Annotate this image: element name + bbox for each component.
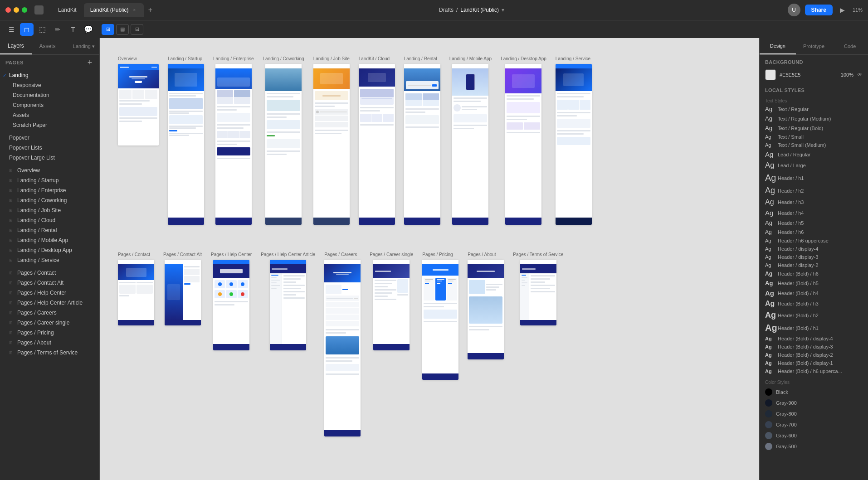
color-style-gray700[interactable]: Gray-700 bbox=[760, 419, 868, 430]
page-item-pages-about[interactable]: ⊞ Pages / About bbox=[0, 338, 99, 348]
frame-thumb-coworking[interactable] bbox=[265, 64, 302, 225]
background-visibility-toggle[interactable]: 👁 bbox=[857, 72, 863, 78]
component-tool[interactable]: ⬚ bbox=[35, 23, 49, 36]
page-item-landing-service[interactable]: ⊞ Landing / Service bbox=[0, 255, 99, 265]
page-item-pages-contact-alt[interactable]: ⊞ Pages / Contact Alt bbox=[0, 278, 99, 288]
frame-thumb-jobsite[interactable] bbox=[313, 64, 350, 225]
tab-close-button[interactable]: × bbox=[131, 7, 137, 13]
page-item-documentation[interactable]: Documentation bbox=[0, 90, 99, 100]
style-text-regular[interactable]: Ag Text / Regular bbox=[760, 104, 868, 114]
menu-button[interactable]: ☰ bbox=[5, 23, 18, 36]
color-style-gray500[interactable]: Gray-500 bbox=[760, 441, 868, 452]
style-text-small[interactable]: Ag Text / Small bbox=[760, 133, 868, 141]
page-item-pages-help-center-article[interactable]: ⊞ Pages / Help Center Article bbox=[0, 298, 99, 308]
page-item-popover-lists[interactable]: Popover Lists bbox=[0, 143, 99, 153]
page-item-landing-cloud[interactable]: ⊞ Landing / Cloud bbox=[0, 215, 99, 225]
page-item-pages-contact[interactable]: ⊞ Pages / Contact bbox=[0, 268, 99, 278]
style-header-bold-h4[interactable]: Ag Header (Bold) / h4 bbox=[760, 288, 868, 298]
page-item-pages-help-center[interactable]: ⊞ Pages / Help Center bbox=[0, 288, 99, 298]
page-item-assets[interactable]: Assets bbox=[0, 110, 99, 120]
style-header-bold-h6-upperca[interactable]: Ag Header (Bold) / h6 upperca... bbox=[760, 367, 868, 375]
window-controls[interactable] bbox=[5, 7, 27, 13]
frame-thumb-terms[interactable] bbox=[520, 260, 556, 325]
frame-thumb-mobile[interactable] bbox=[452, 64, 488, 225]
style-header-bold-h1[interactable]: Ag Header (Bold) / h1 bbox=[760, 321, 868, 335]
page-item-pages-careers[interactable]: ⊞ Pages / Careers bbox=[0, 308, 99, 318]
page-item-landing-mobile[interactable]: ⊞ Landing / Mobile App bbox=[0, 235, 99, 245]
style-header-h6[interactable]: Ag Header / h6 bbox=[760, 228, 868, 237]
style-header-bold-h5[interactable]: Ag Header (Bold) / h5 bbox=[760, 278, 868, 288]
add-page-button[interactable]: + bbox=[86, 58, 94, 67]
frame-thumb-careers[interactable] bbox=[324, 260, 361, 436]
color-style-black[interactable]: Black bbox=[760, 387, 868, 398]
page-item-pages-terms[interactable]: ⊞ Pages / Terms of Service bbox=[0, 348, 99, 358]
style-header-h4[interactable]: Ag Header / h4 bbox=[760, 208, 868, 218]
style-header-bold-h2[interactable]: Ag Header (Bold) / h2 bbox=[760, 309, 868, 321]
list-view-button[interactable]: ▤ bbox=[116, 24, 129, 35]
comment-tool[interactable]: 💬 bbox=[82, 23, 95, 36]
style-text-small-medium[interactable]: Ag Text / Small (Medium) bbox=[760, 141, 868, 149]
assets-tab[interactable]: Assets bbox=[32, 38, 63, 54]
style-header-h1[interactable]: Ag Header / h1 bbox=[760, 171, 868, 184]
frame-thumb-contact[interactable] bbox=[118, 260, 154, 325]
style-header-h6-uppercase[interactable]: Ag Header / h6 uppercase bbox=[760, 237, 868, 245]
background-opacity-value[interactable]: 100% bbox=[837, 72, 853, 78]
style-header-display2[interactable]: Ag Header / display-2 bbox=[760, 261, 868, 269]
share-button[interactable]: Share bbox=[805, 5, 833, 15]
style-header-display3[interactable]: Ag Header / display-3 bbox=[760, 253, 868, 261]
page-item-overview[interactable]: ⊞ Overview bbox=[0, 165, 99, 175]
layers-tab[interactable]: Layers bbox=[0, 38, 32, 54]
frame-thumb-service[interactable] bbox=[556, 64, 592, 225]
frame-thumb-help-article[interactable] bbox=[270, 260, 306, 350]
code-tab[interactable]: Code bbox=[832, 38, 868, 54]
grid-view-button[interactable]: ⊞ bbox=[102, 24, 114, 35]
page-item-landing-rental[interactable]: ⊞ Landing / Rental bbox=[0, 225, 99, 235]
page-item-popover[interactable]: Popover bbox=[0, 133, 99, 143]
style-header-h2[interactable]: Ag Header / h2 bbox=[760, 184, 868, 197]
frame-thumb-overview[interactable] bbox=[118, 64, 159, 145]
style-header-bold-h6[interactable]: Ag Header (Bold) / h6 bbox=[760, 269, 868, 278]
page-item-pages-career-single[interactable]: ⊞ Pages / Career single bbox=[0, 318, 99, 328]
page-item-components[interactable]: Components bbox=[0, 100, 99, 110]
maximize-button[interactable] bbox=[22, 7, 27, 13]
frame-thumb-desktop[interactable] bbox=[505, 64, 541, 225]
frame-thumb-career-single[interactable] bbox=[373, 260, 410, 350]
frame-thumb-about[interactable] bbox=[468, 260, 504, 359]
style-header-bold-display4[interactable]: Ag Header (Bold) / display-4 bbox=[760, 335, 868, 343]
canvas[interactable]: Overview bbox=[100, 38, 759, 480]
page-item-landing[interactable]: Landing bbox=[0, 70, 99, 80]
style-lead-regular[interactable]: Ag Lead / Regular bbox=[760, 149, 868, 160]
frame-tool[interactable]: ◻ bbox=[20, 23, 34, 36]
text-tool[interactable]: T bbox=[66, 23, 80, 36]
zoom-level[interactable]: 11% bbox=[853, 7, 863, 13]
color-style-gray600[interactable]: Gray-600 bbox=[760, 430, 868, 441]
outline-view-button[interactable]: ⊟ bbox=[131, 24, 143, 35]
page-item-landing-enterprise[interactable]: ⊞ Landing / Enterprise bbox=[0, 185, 99, 195]
page-item-responsive[interactable]: Responsive bbox=[0, 80, 99, 90]
page-item-landing-desktop[interactable]: ⊞ Landing / Desktop App bbox=[0, 245, 99, 255]
page-item-landing-startup[interactable]: ⊞ Landing / Startup bbox=[0, 175, 99, 185]
avatar[interactable]: U bbox=[788, 4, 800, 16]
page-item-pages-pricing[interactable]: ⊞ Pages / Pricing bbox=[0, 328, 99, 338]
style-text-regular-medium[interactable]: Ag Text / Regular (Medium) bbox=[760, 114, 868, 123]
tab-landkit-public[interactable]: LandKit (Public) × bbox=[84, 3, 144, 17]
breadcrumb-chevron-icon[interactable]: ▾ bbox=[502, 7, 504, 13]
design-tab[interactable]: Design bbox=[760, 38, 796, 54]
color-style-gray800[interactable]: Gray-800 bbox=[760, 408, 868, 419]
tab-landkit-inactive[interactable]: LandKit bbox=[52, 3, 83, 17]
frame-thumb-enterprise[interactable] bbox=[215, 64, 252, 225]
frame-thumb-pricing[interactable] bbox=[422, 260, 458, 380]
style-header-bold-display1[interactable]: Ag Header (Bold) / display-1 bbox=[760, 359, 868, 367]
frame-thumb-rental[interactable] bbox=[404, 64, 440, 225]
play-icon[interactable]: ▶ bbox=[837, 5, 848, 15]
page-item-scratch-paper[interactable]: Scratch Paper bbox=[0, 120, 99, 130]
pen-tool[interactable]: ✏ bbox=[51, 23, 64, 36]
background-color-swatch[interactable] bbox=[765, 69, 776, 80]
landing-page-indicator[interactable]: Landing ▾ bbox=[73, 44, 95, 49]
page-item-landing-coworking[interactable]: ⊞ Landing / Coworking bbox=[0, 195, 99, 205]
page-item-popover-large-list[interactable]: Popover Large List bbox=[0, 153, 99, 163]
close-button[interactable] bbox=[5, 7, 11, 13]
style-text-regular-bold[interactable]: Ag Text / Regular (Bold) bbox=[760, 123, 868, 133]
frame-thumb-help-center[interactable] bbox=[213, 260, 249, 350]
prototype-tab[interactable]: Prototype bbox=[796, 38, 832, 54]
